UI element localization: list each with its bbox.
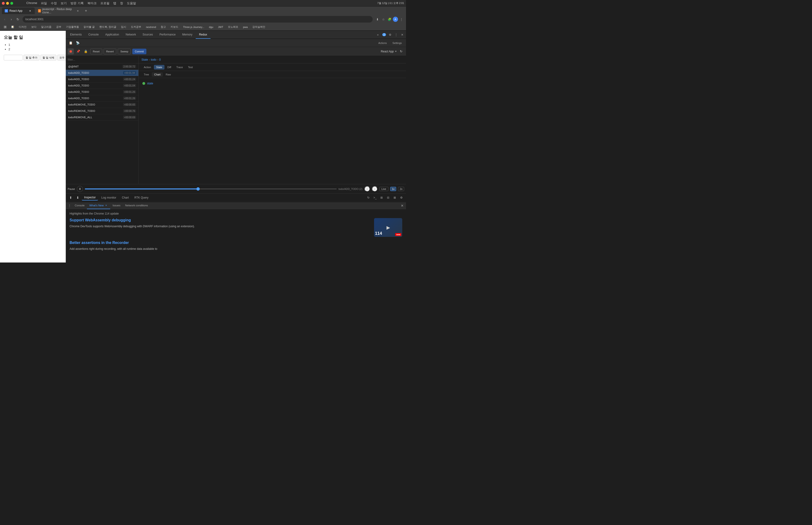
action-item-1[interactable]: todo/ADD_TODO +00:01.24: [66, 76, 138, 82]
bookmark-jwt[interactable]: JWT: [216, 25, 225, 29]
refresh-inspector-icon[interactable]: ↻: [366, 195, 371, 200]
settings-tab-label[interactable]: Settings: [390, 41, 404, 45]
speed-1x-button[interactable]: 1x: [390, 187, 396, 191]
remote-icon[interactable]: 📡: [75, 40, 81, 46]
console-menu-icon[interactable]: ⋮: [67, 203, 72, 208]
tab-redux[interactable]: Redux: [196, 31, 211, 39]
bookmark-threejs[interactable]: Three.js Journey...: [181, 25, 206, 29]
bookmark-reference[interactable]: 참고: [159, 25, 168, 29]
bottom-tab-console[interactable]: Console: [72, 202, 87, 209]
bookmark-lecture[interactable]: 강의실에인: [250, 25, 267, 29]
bookmark-boda[interactable]: 보다: [29, 25, 38, 29]
action-item-0[interactable]: todo/ADD_TODO +00:01.94: [66, 70, 138, 76]
import-icon[interactable]: ⬇: [75, 195, 81, 201]
whatsnew-close-icon[interactable]: ✕: [105, 204, 108, 207]
menu-profile[interactable]: 프로필: [100, 1, 109, 5]
bookmark-icon[interactable]: ☆: [381, 16, 386, 22]
menu-tab[interactable]: 탭: [113, 1, 116, 5]
bookmark-reading[interactable]: 읽어볼 글: [82, 25, 96, 29]
close-devtools-icon[interactable]: ✕: [399, 32, 405, 38]
tab-react-app-close[interactable]: ✕: [28, 9, 32, 13]
filter-input[interactable]: [68, 58, 137, 61]
tab-stackoverflow[interactable]: S javascript - Redux deep clone... ✕: [35, 7, 82, 14]
breadcrumb-state[interactable]: State: [141, 58, 148, 61]
state-tab-state[interactable]: State: [154, 65, 165, 70]
close-bottom-panel[interactable]: ✕: [399, 203, 405, 208]
bookmark-handbook[interactable]: 핸드북, 정리글: [97, 25, 118, 29]
minimize-button[interactable]: [6, 2, 9, 5]
menu-window[interactable]: 창: [120, 1, 123, 5]
bookmark-apps[interactable]: ⊞: [2, 25, 9, 29]
action-creator-icon[interactable]: 📋: [68, 40, 74, 46]
next-action-button[interactable]: ›: [372, 186, 378, 192]
bookmark-monorepo[interactable]: 모노레포: [226, 25, 240, 29]
new-tab-button[interactable]: +: [83, 7, 89, 14]
settings2-icon[interactable]: ⚙: [398, 195, 404, 200]
fullscreen-button[interactable]: [10, 2, 13, 5]
bookmark-temp[interactable]: 임시: [119, 25, 128, 29]
more-tabs-icon[interactable]: »: [375, 32, 381, 38]
todo-input[interactable]: [4, 55, 22, 60]
state-tab-diff[interactable]: Diff: [165, 65, 173, 70]
speed-2x-button[interactable]: 2x: [398, 187, 404, 191]
tab-application[interactable]: Application: [102, 31, 122, 39]
menu-icon[interactable]: ⋮: [398, 16, 404, 22]
revert-button[interactable]: Revert: [104, 49, 116, 54]
tab-react-app[interactable]: R React App ✕: [2, 7, 35, 14]
bottom-tab-whatsnew[interactable]: What's New ✕: [87, 202, 110, 209]
add-todo-button[interactable]: 할 일 추가: [24, 55, 40, 60]
progress-bar[interactable]: [85, 189, 336, 190]
action-item-7[interactable]: todo/REMOVE_ALL +00:00.69: [66, 114, 138, 121]
state-tab-test[interactable]: Test: [186, 65, 195, 70]
menu-bookmarks[interactable]: 북마크: [88, 1, 96, 5]
menu-chrome[interactable]: Chrome: [26, 1, 37, 5]
bookmark-algorithm[interactable]: 알고리즘: [39, 25, 53, 29]
view-tab-chart[interactable]: Chart: [152, 72, 163, 77]
state-tab-trace[interactable]: Trace: [174, 65, 185, 70]
action-item-5[interactable]: todo/REMOVE_TODO +00:00.65: [66, 102, 138, 108]
settings-icon[interactable]: ⚙: [387, 32, 393, 38]
delete-all-button[interactable]: 모두 삭제: [57, 55, 66, 60]
news-video[interactable]: ▶ new 114: [374, 218, 402, 237]
action-item-3[interactable]: todo/ADD_TODO +00:01.26: [66, 89, 138, 95]
menu-view[interactable]: 보기: [61, 1, 67, 5]
pause-play-button[interactable]: ⏸: [77, 186, 83, 192]
close-button[interactable]: [2, 2, 5, 5]
commit-button[interactable]: Commit: [132, 49, 147, 54]
reload-button[interactable]: ↻: [15, 16, 21, 22]
bottom-tab-network-conditions[interactable]: Network conditions: [123, 202, 150, 209]
inspector-tab-log[interactable]: Log monitor: [99, 195, 119, 200]
app-dropdown[interactable]: ▾: [395, 50, 397, 53]
state-tab-action[interactable]: Action: [141, 65, 153, 70]
inspector-tab-inspector[interactable]: Inspector: [82, 195, 98, 200]
inspector-tab-chart[interactable]: Chart: [120, 195, 131, 200]
bookmark-notes[interactable]: 📝: [10, 25, 16, 29]
tab-memory[interactable]: Memory: [179, 31, 196, 39]
tab-sources[interactable]: Sources: [139, 31, 156, 39]
action-item-6[interactable]: todo/REMOVE_TODO +00:00.76: [66, 108, 138, 114]
inspector-tab-rtk[interactable]: RTK Query: [132, 195, 151, 200]
extensions-icon[interactable]: 🧩: [387, 16, 393, 22]
tab-performance[interactable]: Performance: [156, 31, 179, 39]
progress-thumb[interactable]: [196, 187, 200, 191]
view-tab-raw[interactable]: Raw: [163, 72, 173, 77]
bookmark-keyboard[interactable]: 키보드: [169, 25, 180, 29]
profile-icon[interactable]: A: [393, 17, 398, 22]
tab-console[interactable]: Console: [85, 31, 102, 39]
bookmark-pwa[interactable]: pwa: [241, 25, 249, 29]
live-button[interactable]: Live: [380, 187, 388, 191]
address-bar[interactable]: localhost:3001: [22, 16, 373, 22]
back-button[interactable]: ‹: [2, 16, 7, 22]
action-item-init[interactable]: @@INIT 2:00:30.72: [66, 63, 138, 70]
bookmark-dgu[interactable]: dgu: [207, 25, 215, 29]
tab-stackoverflow-close[interactable]: ✕: [76, 9, 79, 13]
reset-button[interactable]: Reset: [90, 49, 102, 54]
refresh-icon[interactable]: ↻: [398, 48, 404, 55]
traffic-lights[interactable]: [2, 2, 13, 5]
bottom-tab-issues[interactable]: Issues: [110, 202, 123, 209]
bookmark-docker[interactable]: 도커공부: [129, 25, 143, 29]
bookmark-nextrend[interactable]: nextrend: [144, 25, 158, 29]
menu-file[interactable]: 파일: [41, 1, 47, 5]
pin-icon[interactable]: 📌: [75, 48, 81, 55]
sweep-button[interactable]: Sweep: [118, 49, 131, 54]
